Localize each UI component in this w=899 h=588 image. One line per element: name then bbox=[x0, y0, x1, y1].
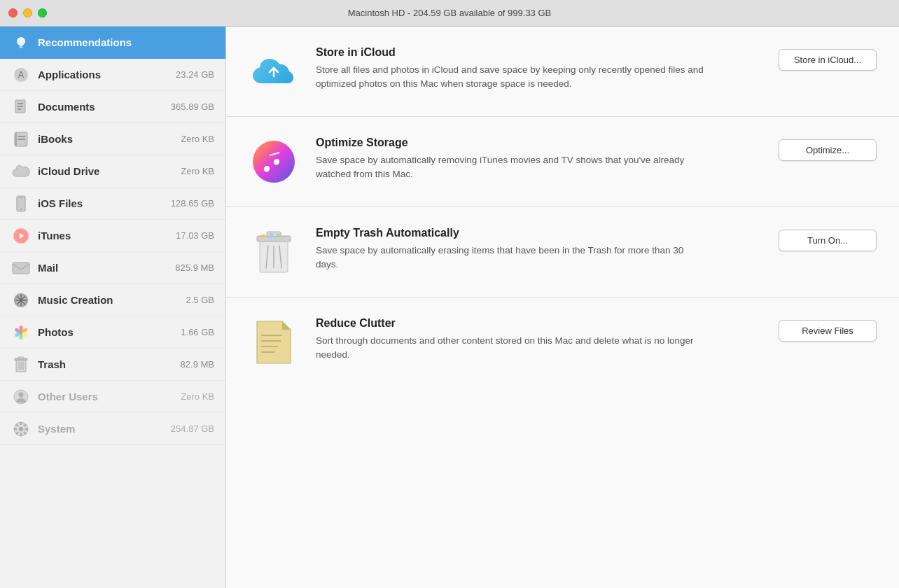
optimize-button[interactable]: Optimize... bbox=[779, 139, 877, 161]
title-bar: Macintosh HD - 204.59 GB available of 99… bbox=[0, 0, 899, 27]
other-users-icon bbox=[11, 387, 31, 407]
optimize-rec-title: Optimize Storage bbox=[316, 136, 762, 149]
sidebar-item-ios[interactable]: iOS Files 128.65 GB bbox=[0, 188, 225, 220]
svg-point-25 bbox=[20, 326, 23, 331]
svg-rect-17 bbox=[13, 262, 29, 274]
lightbulb-icon bbox=[11, 33, 31, 52]
sidebar-item-icloud-drive[interactable]: iCloud Drive Zero KB bbox=[0, 155, 225, 188]
ibooks-icon bbox=[11, 130, 31, 149]
sidebar-documents-size: 365.89 GB bbox=[171, 102, 214, 112]
sidebar-photos-label: Photos bbox=[38, 326, 175, 338]
clutter-rec-icon bbox=[249, 317, 299, 368]
sidebar-item-itunes[interactable]: iTunes 17.03 GB bbox=[0, 220, 225, 252]
sidebar-other-users-label: Other Users bbox=[38, 391, 175, 402]
sidebar-item-system[interactable]: System 254.87 GB bbox=[0, 413, 225, 445]
system-icon bbox=[11, 419, 31, 439]
sidebar-music-creation-size: 2.5 GB bbox=[186, 295, 214, 305]
clutter-rec-desc: Sort through documents and other content… bbox=[316, 334, 708, 363]
recommendation-icloud: Store in iCloud Store all files and phot… bbox=[226, 27, 899, 117]
clutter-rec-action: Review Files bbox=[779, 317, 877, 342]
content-area: Store in iCloud Store all files and phot… bbox=[226, 27, 899, 588]
svg-rect-33 bbox=[18, 357, 24, 359]
review-files-button[interactable]: Review Files bbox=[779, 320, 877, 342]
close-button[interactable] bbox=[8, 8, 18, 18]
sidebar-item-other-users[interactable]: Other Users Zero KB bbox=[0, 381, 225, 413]
optimize-rec-text: Optimize Storage Save space by automatic… bbox=[316, 136, 762, 182]
store-icloud-button[interactable]: Store in iCloud... bbox=[779, 49, 877, 71]
sidebar-system-size: 254.87 GB bbox=[171, 424, 214, 434]
sidebar-ibooks-label: iBooks bbox=[38, 133, 175, 145]
icloud-rec-icon bbox=[249, 46, 299, 97]
itunes-icon bbox=[11, 226, 31, 246]
optimize-rec-desc: Save space by automatically removing iTu… bbox=[316, 153, 708, 182]
itunes-rec-icon bbox=[249, 136, 299, 187]
turn-on-button[interactable]: Turn On... bbox=[779, 230, 877, 251]
svg-rect-2 bbox=[20, 47, 22, 48]
sidebar-item-trash[interactable]: Trash 82.9 MB bbox=[0, 349, 225, 381]
sidebar-music-creation-label: Music Creation bbox=[38, 294, 181, 306]
trash-icon bbox=[11, 355, 31, 374]
icloud-rec-text: Store in iCloud Store all files and phot… bbox=[316, 46, 762, 92]
sidebar-mail-label: Mail bbox=[38, 262, 169, 274]
sidebar-item-documents[interactable]: Documents 365.89 GB bbox=[0, 91, 225, 123]
sidebar-ios-size: 128.65 GB bbox=[171, 198, 214, 209]
sidebar-applications-size: 23.24 GB bbox=[176, 69, 214, 80]
sidebar-item-ibooks[interactable]: iBooks Zero KB bbox=[0, 123, 225, 155]
recommendation-optimize: Optimize Storage Save space by automatic… bbox=[226, 117, 899, 207]
svg-rect-10 bbox=[15, 132, 17, 146]
main-layout: Recommendations A Applications 23.24 GB bbox=[0, 27, 899, 588]
sidebar-itunes-size: 17.03 GB bbox=[176, 230, 214, 241]
sidebar-itunes-label: iTunes bbox=[38, 230, 170, 241]
icloud-rec-action: Store in iCloud... bbox=[779, 46, 877, 71]
ios-icon bbox=[11, 194, 31, 214]
sidebar-item-applications[interactable]: A Applications 23.24 GB bbox=[0, 59, 225, 91]
documents-icon bbox=[11, 97, 31, 117]
trash-rec-icon bbox=[249, 227, 299, 277]
svg-rect-57 bbox=[270, 233, 273, 237]
music-creation-icon bbox=[11, 290, 31, 310]
sidebar-icloud-label: iCloud Drive bbox=[38, 165, 175, 177]
clutter-rec-text: Reduce Clutter Sort through documents an… bbox=[316, 317, 762, 363]
svg-rect-14 bbox=[19, 197, 23, 198]
icloud-rec-title: Store in iCloud bbox=[316, 46, 762, 59]
svg-point-28 bbox=[20, 334, 23, 340]
sidebar-item-recommendations[interactable]: Recommendations bbox=[0, 27, 225, 59]
maximize-button[interactable] bbox=[38, 8, 47, 18]
svg-text:A: A bbox=[18, 70, 24, 80]
sidebar-documents-label: Documents bbox=[38, 101, 165, 113]
window-controls bbox=[8, 8, 47, 18]
clutter-rec-title: Reduce Clutter bbox=[316, 317, 762, 330]
sidebar-trash-size: 82.9 MB bbox=[181, 359, 214, 370]
sidebar-item-photos[interactable]: Photos 1.66 GB bbox=[0, 316, 225, 349]
sidebar-mail-size: 825.9 MB bbox=[175, 262, 214, 273]
sidebar: Recommendations A Applications 23.24 GB bbox=[0, 27, 226, 588]
trash-rec-desc: Save space by automatically erasing item… bbox=[316, 244, 708, 272]
svg-point-0 bbox=[17, 37, 25, 46]
svg-point-40 bbox=[19, 427, 23, 431]
sidebar-system-label: System bbox=[38, 423, 165, 435]
minimize-button[interactable] bbox=[23, 8, 32, 18]
trash-rec-action: Turn On... bbox=[779, 227, 877, 251]
sidebar-photos-size: 1.66 GB bbox=[181, 327, 214, 337]
svg-point-15 bbox=[20, 208, 22, 209]
svg-point-38 bbox=[19, 392, 24, 397]
window-title: Macintosh HD - 204.59 GB available of 99… bbox=[348, 8, 552, 18]
photos-icon bbox=[11, 323, 31, 342]
trash-rec-text: Empty Trash Automatically Save space by … bbox=[316, 227, 762, 272]
sidebar-trash-label: Trash bbox=[38, 358, 175, 370]
applications-icon: A bbox=[11, 65, 31, 85]
sidebar-icloud-size: Zero KB bbox=[181, 166, 214, 176]
trash-rec-title: Empty Trash Automatically bbox=[316, 227, 762, 239]
svg-rect-1 bbox=[20, 46, 23, 47]
sidebar-item-music-creation[interactable]: Music Creation 2.5 GB bbox=[0, 284, 225, 316]
sidebar-item-mail[interactable]: Mail 825.9 MB bbox=[0, 252, 225, 284]
optimize-rec-action: Optimize... bbox=[779, 136, 877, 161]
sidebar-recommendations-label: Recommendations bbox=[38, 36, 214, 48]
recommendation-clutter: Reduce Clutter Sort through documents an… bbox=[226, 298, 899, 387]
icloud-rec-desc: Store all files and photos in iCloud and… bbox=[316, 63, 708, 92]
sidebar-ibooks-size: Zero KB bbox=[181, 134, 214, 144]
sidebar-applications-label: Applications bbox=[38, 69, 170, 80]
mail-icon bbox=[11, 258, 31, 278]
sidebar-other-users-size: Zero KB bbox=[181, 391, 214, 402]
recommendation-trash: Empty Trash Automatically Save space by … bbox=[226, 207, 899, 298]
